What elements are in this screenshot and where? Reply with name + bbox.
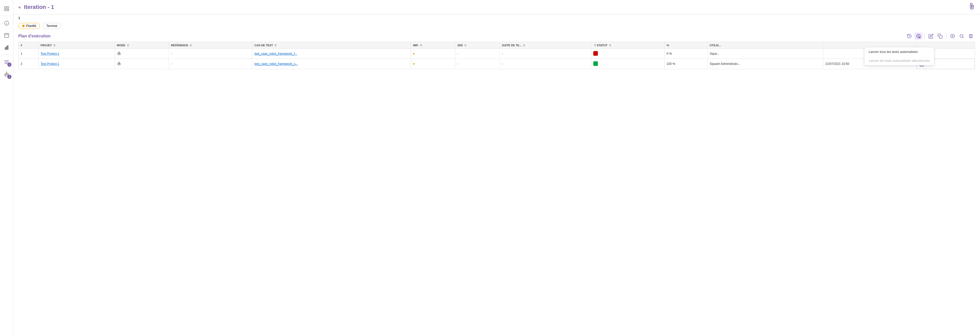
copy-button[interactable] xyxy=(936,33,944,40)
cell-mode xyxy=(115,59,169,69)
edit-button[interactable] xyxy=(927,33,935,40)
cas-de-test-link[interactable]: test_case_robot_framework_f... xyxy=(255,52,297,56)
imp-filter-icon[interactable]: ▽ xyxy=(420,44,422,47)
plan-header-row: Plan d'exécution xyxy=(18,33,975,40)
delete-button[interactable] xyxy=(967,33,975,40)
sidebar-item-list[interactable]: 2 xyxy=(0,56,13,68)
status-planifie-button[interactable]: Planifié xyxy=(18,23,40,29)
cell-imp: ▾ xyxy=(411,49,455,59)
svg-rect-0 xyxy=(4,6,6,8)
sidebar: 2 2 xyxy=(0,0,13,334)
statut-badge-red xyxy=(593,51,598,56)
cas-de-test-filter-icon[interactable]: ▽ xyxy=(275,44,277,47)
suite-de-test-filter-icon[interactable]: ▽ xyxy=(523,44,525,47)
toolbar-divider-2 xyxy=(946,33,947,39)
sidebar-item-info[interactable] xyxy=(0,17,13,29)
cell-pct: 100 % xyxy=(665,59,708,69)
col-reference: RÉFÉRENCE ▽ xyxy=(169,42,252,49)
autorun-button[interactable] xyxy=(914,33,923,40)
svg-point-38 xyxy=(119,53,120,54)
svg-point-45 xyxy=(119,62,119,62)
mode-filter-icon[interactable]: ▽ xyxy=(127,44,129,47)
svg-point-20 xyxy=(7,74,8,75)
cell-pct: 0 % xyxy=(665,49,708,59)
svg-rect-1 xyxy=(7,6,8,8)
clip-icon[interactable] xyxy=(969,3,975,12)
page-title: Iteration - 1 xyxy=(24,4,54,10)
svg-marker-29 xyxy=(920,37,920,38)
statut-filter-icon-right[interactable]: ▽ xyxy=(609,44,611,47)
sidebar-item-grid[interactable] xyxy=(0,3,13,15)
dropdown-item-run-all[interactable]: Lancer tous les tests automatisés xyxy=(864,47,934,56)
mode-auto-icon xyxy=(117,52,121,56)
cell-mode xyxy=(115,49,169,59)
col-pct: % xyxy=(665,42,708,49)
col-cas-de-test: CAS DE TEST ▽ xyxy=(252,42,411,49)
svg-point-22 xyxy=(6,72,7,73)
status-termine-button[interactable]: Terminé xyxy=(43,23,61,29)
history-button[interactable] xyxy=(905,33,913,40)
svg-point-42 xyxy=(118,64,119,64)
svg-point-19 xyxy=(5,74,6,75)
back-button[interactable]: « xyxy=(18,5,21,10)
projet-link[interactable]: Test Project-1 xyxy=(41,62,59,66)
table-row: 1 Test Project-1 xyxy=(19,49,975,59)
robot-badge: 2 xyxy=(7,75,11,79)
status-bar: Planifié Terminé xyxy=(13,21,980,33)
toolbar xyxy=(905,33,975,40)
svg-point-40 xyxy=(119,52,119,52)
plan-title: Plan d'exécution xyxy=(18,34,51,38)
status-dot xyxy=(22,25,25,27)
svg-rect-7 xyxy=(4,33,9,38)
imp-chevron-icon: ▾ xyxy=(413,62,415,66)
cell-num: 1 xyxy=(19,49,39,59)
sidebar-item-robot[interactable]: 2 xyxy=(0,68,13,80)
dropdown-item-run-selected[interactable]: Lancer les tests automatisés sélectionné… xyxy=(864,56,934,65)
cell-utilisateur: Squash Administrato... xyxy=(708,59,823,69)
col-suite-de-test: SUITE DE TE... ▽ xyxy=(500,42,591,49)
cas-de-test-link[interactable]: test_case_robot_framework_s... xyxy=(255,62,298,66)
reference-filter-icon[interactable]: ▽ xyxy=(190,44,192,47)
cell-jdd: - xyxy=(455,59,500,69)
toolbar-divider xyxy=(924,33,925,39)
iteration-number: 1 xyxy=(13,14,980,21)
cell-imp: ▾ xyxy=(411,59,455,69)
cell-cas-de-test: test_case_robot_framework_s... xyxy=(252,59,411,69)
cell-reference: - xyxy=(169,59,252,69)
cell-projet: Test Project-1 xyxy=(38,49,115,59)
sidebar-item-calendar[interactable] xyxy=(0,29,13,41)
statut-filter-icon-left[interactable]: ▽ xyxy=(594,44,596,47)
search-button[interactable] xyxy=(958,33,966,40)
svg-point-37 xyxy=(118,53,119,54)
svg-point-43 xyxy=(119,64,120,64)
col-statut: ▽ STATUT ▽ xyxy=(591,42,664,49)
cell-statut xyxy=(591,59,664,69)
projet-link[interactable]: Test Project-1 xyxy=(41,52,59,56)
col-imp: IMP. ▽ xyxy=(411,42,455,49)
table-row: 2 Test Project-1 xyxy=(19,59,975,69)
svg-rect-13 xyxy=(6,46,7,49)
cell-projet: Test Project-1 xyxy=(38,59,115,69)
svg-rect-2 xyxy=(4,9,6,11)
dropdown-menu: Lancer tous les tests automatisés Lancer… xyxy=(864,47,934,65)
cell-reference: - xyxy=(169,49,252,59)
status-planifie-label: Planifié xyxy=(26,24,36,28)
execution-table: # PROJET ▽ MODE ▽ RÉFÉRENCE ▽ CAS DE TE xyxy=(18,42,975,69)
svg-rect-14 xyxy=(7,46,8,49)
col-num: # xyxy=(19,42,39,49)
add-button[interactable] xyxy=(948,33,956,40)
plan-section: Plan d'exécution xyxy=(13,33,980,334)
col-projet: PROJET ▽ xyxy=(38,42,115,49)
imp-chevron-icon: ▾ xyxy=(413,52,415,56)
cell-cas-de-test: test_case_robot_framework_f... xyxy=(252,49,411,59)
mode-auto-icon xyxy=(117,62,121,67)
jdd-filter-icon[interactable]: ▽ xyxy=(464,44,466,47)
projet-filter-icon[interactable]: ▽ xyxy=(53,44,56,47)
cell-utilisateur: Squa... xyxy=(708,49,823,59)
statut-badge-green xyxy=(593,61,598,66)
sidebar-item-chart[interactable] xyxy=(0,41,13,54)
col-jdd: JDD ▽ xyxy=(455,42,500,49)
header: « Iteration - 1 xyxy=(13,0,980,14)
svg-rect-3 xyxy=(7,9,8,11)
cell-jdd: - xyxy=(455,49,500,59)
